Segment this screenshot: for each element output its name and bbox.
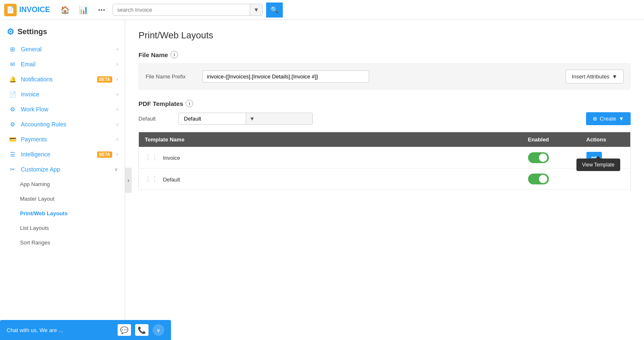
- column-header-template-name: Template Name: [139, 132, 522, 147]
- chat-widget: Chat with us, We are ... 💬 📞 ∨: [0, 320, 171, 340]
- chevron-right-icon: ›: [116, 136, 118, 142]
- select-arrow-icon: ▼: [246, 113, 312, 124]
- toggle-default-enabled[interactable]: [528, 174, 549, 184]
- column-header-enabled: Enabled: [522, 132, 581, 147]
- insert-attributes-label: Insert Attributes: [572, 73, 609, 80]
- pdf-templates-section-label: PDF Templates i: [138, 100, 631, 107]
- sidebar-subitem-app-naming[interactable]: App Naming: [0, 177, 125, 191]
- sidebar-item-customize-app[interactable]: ✂ Customize App ∨: [0, 162, 125, 177]
- drag-handle-icon[interactable]: ⋮⋮: [145, 154, 158, 161]
- chevron-right-icon: ›: [116, 46, 118, 52]
- create-plus-icon: ⊕: [593, 116, 597, 122]
- pdf-default-row: Default Default ▼ ⊕ Create ▼: [138, 112, 631, 125]
- settings-icon: ⚙: [7, 27, 14, 37]
- sidebar-item-intelligence[interactable]: ☰ Intelligence BETA ›: [0, 147, 125, 162]
- sidebar-collapse-toggle[interactable]: ‹: [125, 168, 132, 193]
- sidebar-item-label-email: Email: [21, 61, 112, 68]
- sidebar-item-workflow[interactable]: ⚙ Work Flow ›: [0, 102, 125, 117]
- sidebar-item-label-notifications: Notifications: [21, 76, 93, 83]
- drag-handle-icon[interactable]: ⋮⋮: [145, 176, 158, 183]
- search-input[interactable]: [113, 4, 250, 15]
- toggle-invoice-enabled[interactable]: [528, 152, 549, 163]
- sidebar-item-invoice[interactable]: 📄 Invoice ›: [0, 87, 125, 102]
- chevron-right-icon: ›: [116, 106, 118, 112]
- table-header-row: Template Name Enabled Actions: [139, 132, 631, 147]
- payments-icon: 💳: [8, 136, 17, 143]
- customize-icon: ✂: [8, 166, 17, 173]
- logo-icon: 📄: [4, 4, 17, 16]
- insert-attributes-button[interactable]: Insert Attributes ▼: [566, 70, 624, 83]
- chat-message-button[interactable]: 💬: [118, 324, 131, 336]
- email-icon: ✉: [8, 61, 17, 68]
- sidebar-subitem-print-web-layouts[interactable]: Print/Web Layouts: [0, 206, 125, 221]
- search-go-button[interactable]: 🔍: [266, 3, 283, 18]
- column-header-enabled-label: Enabled: [528, 136, 549, 143]
- template-name-invoice: Invoice: [163, 155, 180, 161]
- sidebar-item-general[interactable]: ⊞ General ›: [0, 42, 125, 57]
- sidebar-item-label-accounting-rules: Accounting Rules: [21, 121, 112, 128]
- pdf-templates-label: PDF Templates: [138, 100, 183, 107]
- app-logo[interactable]: 📄 INVOICE: [4, 4, 50, 16]
- column-header-actions: Actions: [581, 132, 631, 147]
- subitem-label-sort-ranges: Sort Ranges: [20, 239, 50, 246]
- sidebar-subitem-list-layouts[interactable]: List Layouts: [0, 221, 125, 235]
- pdf-templates-info-icon[interactable]: i: [186, 100, 193, 107]
- chevron-right-icon: ›: [116, 121, 118, 127]
- file-name-label: File Name: [138, 51, 168, 58]
- file-name-prefix-input[interactable]: [202, 71, 369, 83]
- create-arrow-icon: ▼: [619, 116, 624, 122]
- table-cell-enabled: [522, 147, 581, 169]
- chart-button[interactable]: 📊: [76, 3, 91, 18]
- column-header-template-name-label: Template Name: [145, 136, 184, 143]
- pdf-default-select[interactable]: Default ▼: [179, 113, 313, 125]
- table-row: ⋮⋮ Default View Template: [139, 169, 631, 190]
- toggle-invoice-slider: [528, 152, 549, 163]
- file-name-row: File Name Prefix Insert Attributes ▼: [138, 63, 631, 90]
- table-cell-name: ⋮⋮ Default: [139, 169, 522, 190]
- chat-text: Chat with us, We are ...: [7, 327, 113, 333]
- sidebar-subitem-master-layout[interactable]: Master Layout: [0, 191, 125, 206]
- file-name-prefix-label: File Name Prefix: [146, 73, 196, 80]
- file-name-section-label: File Name i: [138, 51, 631, 58]
- search-dropdown-button[interactable]: ▼: [250, 4, 262, 15]
- sidebar: ⚙ Settings ⊞ General › ✉ Email › 🔔 Notif…: [0, 20, 125, 340]
- subitem-label-master-layout: Master Layout: [20, 196, 54, 202]
- table-cell-enabled: [522, 169, 581, 190]
- chat-phone-button[interactable]: 📞: [135, 324, 148, 336]
- file-name-info-icon[interactable]: i: [171, 51, 178, 58]
- chevron-down-icon: ∨: [114, 166, 118, 172]
- main-layout: ⚙ Settings ⊞ General › ✉ Email › 🔔 Notif…: [0, 20, 644, 340]
- toggle-default-slider: [528, 174, 549, 184]
- table-cell-name: ⋮⋮ Invoice: [139, 147, 522, 169]
- chat-collapse-button[interactable]: ∨: [153, 324, 164, 336]
- create-template-button[interactable]: ⊕ Create ▼: [586, 112, 631, 125]
- table-row: ⋮⋮ Invoice •••: [139, 147, 631, 169]
- tooltip-text: View Template: [582, 162, 615, 168]
- sidebar-item-label-invoice: Invoice: [21, 91, 112, 98]
- pdf-default-label: Default: [138, 116, 172, 122]
- sidebar-item-email[interactable]: ✉ Email ›: [0, 57, 125, 72]
- intelligence-icon: ☰: [8, 151, 17, 158]
- beta-badge-notifications: BETA: [97, 76, 112, 83]
- table-cell-actions: View Template: [581, 169, 631, 190]
- app-title: INVOICE: [19, 5, 50, 14]
- invoice-icon: 📄: [8, 91, 17, 98]
- sidebar-item-accounting-rules[interactable]: ⚙ Accounting Rules ›: [0, 117, 125, 132]
- app-header: 📄 INVOICE 🏠 📊 ••• ▼ 🔍: [0, 0, 644, 20]
- sidebar-title: ⚙ Settings: [0, 20, 125, 42]
- sidebar-item-payments[interactable]: 💳 Payments ›: [0, 132, 125, 147]
- sidebar-item-label-workflow: Work Flow: [21, 106, 112, 113]
- sidebar-item-label-customize-app: Customize App: [21, 166, 110, 173]
- chevron-right-icon: ›: [116, 76, 118, 82]
- search-container: ▼: [113, 4, 263, 16]
- sidebar-subitem-sort-ranges[interactable]: Sort Ranges: [0, 235, 125, 250]
- sidebar-item-notifications[interactable]: 🔔 Notifications BETA ›: [0, 72, 125, 87]
- column-header-actions-label: Actions: [586, 136, 606, 143]
- subitem-label-list-layouts: List Layouts: [20, 225, 49, 231]
- more-button[interactable]: •••: [94, 3, 109, 18]
- subitem-label-print-web-layouts: Print/Web Layouts: [20, 210, 68, 217]
- chevron-right-icon: ›: [116, 61, 118, 67]
- template-name-default: Default: [163, 176, 180, 183]
- home-button[interactable]: 🏠: [58, 3, 73, 18]
- view-template-tooltip: View Template: [576, 159, 621, 171]
